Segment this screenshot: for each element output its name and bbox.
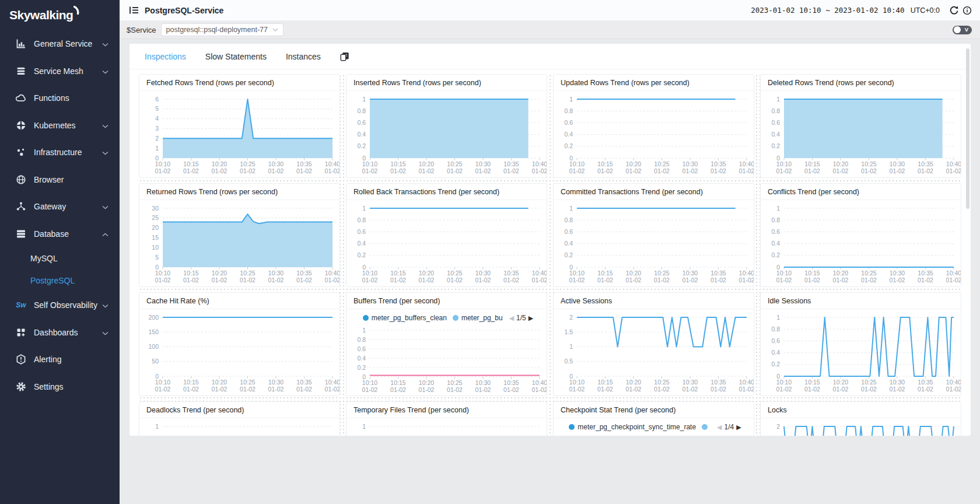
tab-inspections[interactable]: Inspections	[145, 52, 186, 61]
chart-card-deadlocks-trend-per-second: Deadlocks Trend (per second)10.80.60.40.…	[139, 401, 340, 436]
svg-text:0.6: 0.6	[357, 345, 366, 352]
svg-text:10:3001-02: 10:3001-02	[890, 379, 905, 393]
layers-icon	[15, 66, 27, 76]
legend-item[interactable]	[702, 424, 710, 430]
svg-text:200: 200	[148, 314, 159, 321]
svg-text:1: 1	[155, 145, 159, 152]
sidebar-item-browser[interactable]: Browser	[0, 166, 120, 194]
legend-next-icon[interactable]: ▶	[736, 424, 741, 431]
service-select[interactable]: postgresql::psql-deployment-77	[161, 23, 284, 36]
svg-text:10:3501-02: 10:3501-02	[710, 379, 726, 393]
chart-title: Rolled Back Transactions Trend (per seco…	[346, 184, 547, 200]
refresh-icon[interactable]	[949, 5, 959, 15]
chevron-down-icon	[102, 201, 109, 212]
svg-text:10:3001-02: 10:3001-02	[682, 270, 698, 284]
tab-instances[interactable]: Instances	[286, 52, 321, 61]
collapse-sidebar-icon[interactable]	[129, 6, 139, 15]
svg-text:10:2501-02: 10:2501-02	[447, 160, 463, 174]
info-icon[interactable]	[963, 6, 972, 15]
svg-text:10:3001-02: 10:3001-02	[475, 160, 491, 174]
svg-text:10:2501-02: 10:2501-02	[447, 379, 463, 393]
svg-text:10:1501-02: 10:1501-02	[390, 379, 406, 393]
svg-text:1: 1	[362, 327, 366, 334]
top-header: PostgreSQL-Service 2023-01-02 10:10 ~ 20…	[120, 0, 980, 21]
service-label: $Service	[127, 26, 156, 34]
sidebar-item-infrastructure[interactable]: Infrastructure	[0, 139, 120, 166]
legend-prev-icon[interactable]: ◀	[717, 424, 722, 431]
legend-next-icon[interactable]: ▶	[528, 314, 533, 322]
chart-card-idle-sessions: Idle Sessions10.80.60.40.2010:1001-0210:…	[760, 292, 961, 396]
sidebar-item-dashboards[interactable]: Dashboards	[0, 319, 120, 346]
legend-item[interactable]: meter_pg_buffers_clean	[363, 314, 447, 322]
logo-text: Skywalking	[9, 8, 73, 22]
svg-text:0.4: 0.4	[357, 240, 366, 247]
copy-dashboard-icon[interactable]	[340, 52, 349, 61]
sidebar-item-functions[interactable]: Functions	[0, 85, 120, 112]
legend-prev-icon[interactable]: ◀	[509, 314, 514, 322]
sidebar-item-database[interactable]: Database	[0, 220, 120, 248]
sidebar-item-label: Infrastructure	[34, 148, 102, 157]
sidebar-item-label: General Service	[34, 39, 102, 48]
svg-text:10:2501-02: 10:2501-02	[861, 160, 877, 174]
chart-plot: 21.510.5010:1001-0210:1501-0210:2001-021…	[554, 309, 754, 396]
svg-text:0.6: 0.6	[771, 228, 780, 235]
sidebar-item-settings[interactable]: Settings	[0, 373, 120, 401]
chart-plot: 10.80.60.40.2010:1001-0210:1501-0210:200…	[761, 200, 961, 287]
time-range[interactable]: 2023-01-02 10:10 ~ 2023-01-02 10:40	[751, 6, 904, 15]
auto-refresh-toggle[interactable]: V	[953, 26, 972, 34]
chevron-down-icon	[272, 28, 278, 32]
svg-text:10:1001-02: 10:1001-02	[155, 379, 171, 393]
sidebar-item-general-service[interactable]: General Service	[0, 30, 120, 58]
chart-plot: 10.80.60.40.2010:1001-0210:1501-0210:200…	[139, 418, 340, 436]
chart-plot: 10.80.60.40.2010:1001-0210:1501-0210:200…	[761, 309, 961, 396]
svg-text:10:1001-02: 10:1001-02	[569, 270, 585, 284]
chart-plot: 10.80.60.40.2010:1001-0210:1501-0210:200…	[554, 200, 754, 287]
tab-slow-statements[interactable]: Slow Statements	[205, 52, 267, 61]
svg-text:0.2: 0.2	[357, 251, 366, 258]
sidebar-item-label: Database	[34, 229, 102, 239]
chart-title: Committed Transactions Trend (per second…	[554, 184, 754, 200]
svg-text:10:2001-02: 10:2001-02	[626, 270, 642, 284]
sidebar-item-alerting[interactable]: Alerting	[0, 346, 120, 373]
legend-item[interactable]: meter_pg_bu	[453, 314, 503, 322]
svg-text:1: 1	[569, 436, 573, 436]
sidebar-item-self-observability[interactable]: SwSelf Observability	[0, 292, 120, 319]
chevron-down-icon	[102, 120, 109, 131]
sidebar-subitem-postgresql[interactable]: PostgreSQL	[0, 270, 120, 292]
chart-card-buffers-trend-per-second: Buffers Trend (per second)meter_pg_buffe…	[346, 292, 547, 396]
svg-text:10:3501-02: 10:3501-02	[296, 160, 312, 174]
chart-legend: meter_pg_checkpoint_sync_time_rate◀1/4▶	[554, 419, 754, 435]
svg-text:10:3501-02: 10:3501-02	[296, 379, 312, 393]
svg-text:10:4001-02: 10:4001-02	[325, 379, 340, 393]
chevron-down-icon	[102, 66, 109, 76]
gateway-icon	[15, 201, 27, 212]
svg-text:0.8: 0.8	[564, 107, 573, 114]
svg-text:10:1501-02: 10:1501-02	[597, 379, 613, 393]
legend-dot-icon	[569, 424, 575, 430]
svg-text:0.8: 0.8	[564, 216, 573, 223]
sidebar-item-service-mesh[interactable]: Service Mesh	[0, 58, 120, 85]
gear-icon	[15, 382, 27, 392]
svg-text:0.2: 0.2	[771, 360, 780, 368]
svg-text:0.8: 0.8	[150, 435, 159, 436]
svg-text:10:2501-02: 10:2501-02	[861, 270, 877, 284]
svg-text:0.8: 0.8	[357, 435, 366, 436]
svg-text:10:4001-02: 10:4001-02	[946, 160, 961, 174]
sidebar-item-kubernetes[interactable]: Kubernetes	[0, 112, 120, 139]
sidebar-item-gateway[interactable]: Gateway	[0, 193, 120, 220]
svg-text:10:2001-02: 10:2001-02	[419, 160, 435, 174]
svg-text:10:3001-02: 10:3001-02	[268, 160, 284, 174]
scrollbar-thumb[interactable]	[966, 48, 970, 209]
chart-title: Idle Sessions	[761, 293, 961, 309]
svg-text:10:2001-02: 10:2001-02	[626, 379, 642, 393]
sidebar-nav: General ServiceService MeshFunctionsKube…	[0, 30, 120, 400]
sidebar-subitem-mysql[interactable]: MySQL	[0, 247, 120, 270]
chevron-down-icon	[102, 147, 109, 158]
chart-title: Cache Hit Rate (%)	[139, 293, 340, 309]
svg-text:10:1001-02: 10:1001-02	[362, 270, 378, 284]
svg-text:10:1501-02: 10:1501-02	[804, 379, 820, 393]
legend-item[interactable]: meter_pg_checkpoint_sync_time_rate	[569, 423, 696, 431]
toggle-label: V	[965, 26, 968, 33]
svg-text:10:3001-02: 10:3001-02	[268, 270, 284, 284]
chart-plot: 10.80.60.40.2010:1001-0210:1501-0210:200…	[554, 435, 754, 436]
